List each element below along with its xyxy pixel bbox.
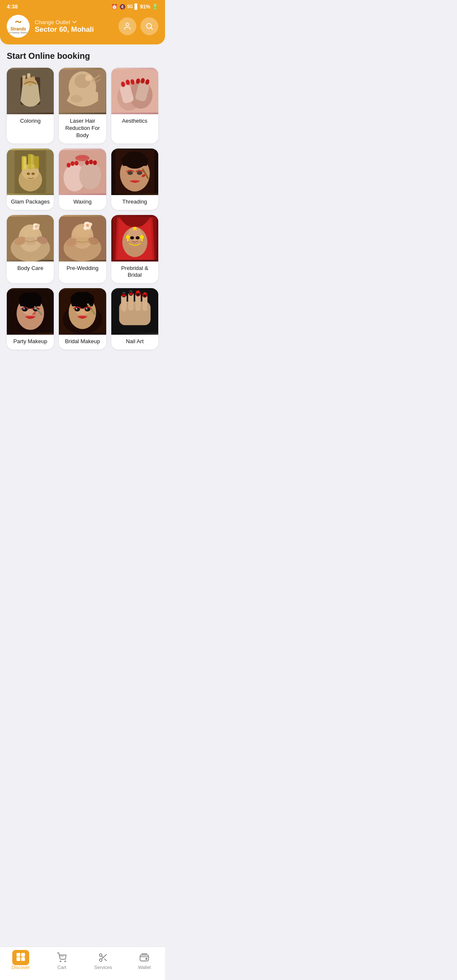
svg-point-43 — [85, 160, 89, 165]
svg-point-91 — [130, 236, 134, 239]
aesthetics-illustration — [111, 68, 158, 114]
service-card-bodycare[interactable]: Body Care — [7, 215, 54, 284]
svg-rect-128 — [143, 295, 146, 297]
signal-icon: ▋ — [135, 4, 138, 10]
svg-point-51 — [127, 171, 133, 175]
service-image-glam — [7, 149, 54, 195]
time: 4:38 — [7, 3, 18, 10]
service-label-threading: Threading — [111, 195, 158, 210]
service-image-coloring — [7, 68, 54, 114]
header: 〜 Strands A Family Salon Change Outlet S… — [0, 11, 165, 44]
header-actions — [118, 17, 158, 35]
service-card-aesthetics[interactable]: Aesthetics — [111, 68, 158, 143]
chevron-down-icon — [72, 19, 77, 25]
service-image-prewedding — [59, 215, 106, 262]
service-label-nails: Nail Art — [111, 335, 158, 350]
service-image-bodycare — [7, 215, 54, 262]
service-card-threading[interactable]: Threading — [111, 149, 158, 210]
svg-point-77 — [86, 224, 89, 226]
svg-point-0 — [126, 23, 129, 26]
service-label-waxing: Waxing — [59, 195, 106, 210]
svg-point-44 — [89, 160, 93, 164]
svg-rect-90 — [141, 238, 143, 241]
svg-point-42 — [74, 161, 78, 165]
svg-point-45 — [93, 160, 97, 165]
svg-rect-124 — [129, 293, 132, 295]
service-image-nails — [111, 288, 158, 335]
search-button[interactable] — [140, 17, 158, 35]
service-label-coloring: Coloring — [7, 114, 54, 129]
bodycare-illustration — [7, 215, 54, 262]
svg-point-114 — [86, 308, 88, 310]
svg-point-33 — [27, 173, 30, 175]
service-card-bridal[interactable]: Prebridal & Bridal — [111, 215, 158, 284]
svg-point-111 — [74, 308, 80, 311]
service-label-laser: Laser Hair Reduction For Body — [59, 114, 106, 143]
service-image-makeup2 — [59, 288, 106, 335]
status-bar: 4:38 ⏰ 🔇 5G ▋ 91% 🔋 — [0, 0, 165, 11]
svg-rect-38 — [68, 166, 77, 185]
makeup2-illustration — [59, 288, 106, 335]
profile-button[interactable] — [118, 17, 136, 35]
service-image-makeup1 — [7, 288, 54, 335]
service-label-makeup2: Bridal Makeup — [59, 335, 106, 350]
logo-symbol: 〜 — [15, 18, 22, 27]
svg-point-62 — [33, 227, 36, 230]
service-label-prewedding: Pre-Wedding — [59, 262, 106, 276]
glam-illustration — [7, 149, 54, 195]
profile-icon — [123, 22, 132, 30]
svg-rect-122 — [122, 295, 125, 297]
section-title: Start Online booking — [7, 51, 158, 61]
alarm-icon: ⏰ — [111, 4, 118, 10]
service-card-glam[interactable]: Glam Packages — [7, 149, 54, 210]
waxing-illustration — [59, 149, 106, 195]
service-image-threading — [111, 149, 158, 195]
svg-rect-88 — [127, 238, 129, 241]
service-label-bodycare: Body Care — [7, 262, 54, 276]
laser-illustration — [59, 68, 106, 114]
change-outlet-button[interactable]: Change Outlet — [35, 19, 113, 25]
bridal-illustration — [111, 215, 158, 262]
prewedding-illustration — [59, 215, 106, 262]
service-image-laser — [59, 68, 106, 114]
service-card-prewedding[interactable]: Pre-Wedding — [59, 215, 106, 284]
service-label-bridal: Prebridal & Bridal — [111, 262, 158, 284]
main-content: Start Online booking Coloring — [0, 44, 165, 388]
services-grid: Coloring Laser Hair Reduction For Body — [7, 68, 158, 350]
outlet-name: Sector 60, Mohali — [35, 25, 113, 34]
service-image-bridal — [111, 215, 158, 262]
svg-point-64 — [35, 225, 38, 228]
svg-point-100 — [23, 308, 25, 310]
service-image-waxing — [59, 149, 106, 195]
service-card-nails[interactable]: Nail Art — [111, 288, 158, 350]
svg-point-113 — [76, 308, 77, 310]
coloring-illustration — [7, 68, 54, 114]
svg-point-112 — [85, 308, 91, 311]
svg-point-92 — [135, 236, 139, 239]
svg-point-34 — [31, 173, 34, 175]
service-card-makeup2[interactable]: Bridal Makeup — [59, 288, 106, 350]
svg-point-41 — [71, 161, 74, 166]
svg-point-52 — [137, 171, 142, 175]
threading-illustration — [111, 149, 158, 195]
service-label-makeup1: Party Makeup — [7, 335, 54, 350]
status-icons: ⏰ 🔇 5G ▋ 91% 🔋 — [111, 4, 158, 10]
svg-rect-126 — [136, 294, 139, 296]
svg-point-11 — [85, 75, 91, 81]
battery-icon: 🔋 — [152, 4, 158, 10]
nails-illustration — [111, 288, 158, 335]
svg-rect-31 — [23, 157, 26, 169]
network-icon: 5G — [127, 4, 133, 9]
outlet-info: Change Outlet Sector 60, Mohali — [35, 19, 113, 34]
makeup1-illustration — [7, 288, 54, 335]
mute-icon: 🔇 — [119, 4, 126, 10]
svg-point-40 — [67, 162, 71, 167]
search-icon — [145, 22, 154, 30]
service-card-laser[interactable]: Laser Hair Reduction For Body — [59, 68, 106, 143]
service-card-makeup1[interactable]: Party Makeup — [7, 288, 54, 350]
brand-logo: 〜 Strands A Family Salon — [7, 15, 30, 38]
service-card-coloring[interactable]: Coloring — [7, 68, 54, 143]
svg-point-12 — [71, 95, 83, 103]
service-card-waxing[interactable]: Waxing — [59, 149, 106, 210]
svg-point-75 — [84, 226, 88, 230]
